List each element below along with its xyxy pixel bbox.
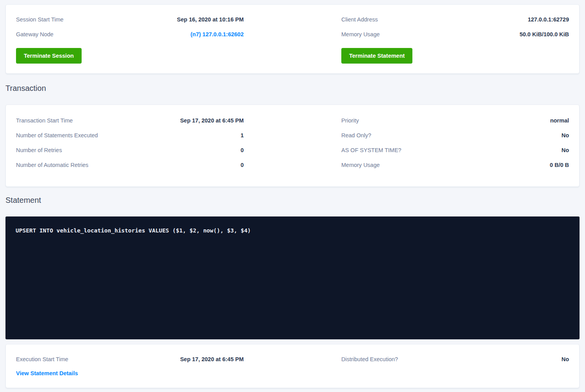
execution-start-time-row: Execution Start Time Sep 17, 2020 at 6:4… — [16, 356, 244, 363]
view-statement-details-row: View Statement Details — [16, 370, 244, 377]
session-start-time-value: Sep 16, 2020 at 10:16 PM — [177, 16, 244, 23]
retries-label: Number of Retries — [16, 147, 62, 154]
client-address-row: Client Address 127.0.0.1:62729 — [341, 16, 569, 23]
retries-value: 0 — [241, 147, 244, 154]
view-statement-details-link[interactable]: View Statement Details — [16, 370, 78, 376]
statement-execution-right-column: Distributed Execution? No — [341, 356, 569, 376]
transaction-memory-usage-value: 0 B/0 B — [550, 162, 569, 169]
read-only-label: Read Only? — [341, 132, 371, 139]
transaction-right-column: Priority normal Read Only? No AS OF SYST… — [341, 117, 569, 169]
transaction-start-time-label: Transaction Start Time — [16, 117, 73, 124]
distributed-execution-value: No — [562, 356, 569, 363]
session-start-time-row: Session Start Time Sep 16, 2020 at 10:16… — [16, 16, 244, 23]
session-start-time-label: Session Start Time — [16, 16, 64, 23]
priority-value: normal — [550, 117, 569, 124]
statements-executed-label: Number of Statements Executed — [16, 132, 98, 139]
read-only-row: Read Only? No — [341, 132, 569, 139]
transaction-left-column: Transaction Start Time Sep 17, 2020 at 6… — [16, 117, 244, 169]
client-address-value: 127.0.0.1:62729 — [528, 16, 569, 23]
session-summary-card: Session Start Time Sep 16, 2020 at 10:16… — [5, 4, 580, 74]
session-summary-right-column: Client Address 127.0.0.1:62729 Memory Us… — [341, 16, 569, 63]
statement-sql-text: UPSERT INTO vehicle_location_histories V… — [16, 227, 569, 234]
transaction-start-time-value: Sep 17, 2020 at 6:45 PM — [180, 117, 244, 124]
priority-row: Priority normal — [341, 117, 569, 124]
statement-heading: Statement — [5, 196, 580, 205]
session-details-page: Session Start Time Sep 16, 2020 at 10:16… — [0, 0, 585, 392]
session-memory-usage-row: Memory Usage 50.0 KiB/100.0 KiB — [341, 31, 569, 38]
statements-executed-value: 1 — [241, 132, 244, 139]
statement-sql-box: UPSERT INTO vehicle_location_histories V… — [5, 216, 580, 339]
execution-start-time-value: Sep 17, 2020 at 6:45 PM — [180, 356, 244, 363]
as-of-system-time-row: AS OF SYSTEM TIME? No — [341, 147, 569, 154]
session-memory-usage-value: 50.0 KiB/100.0 KiB — [519, 31, 569, 38]
retries-row: Number of Retries 0 — [16, 147, 244, 154]
as-of-system-time-label: AS OF SYSTEM TIME? — [341, 147, 401, 154]
terminate-session-button[interactable]: Terminate Session — [16, 48, 82, 64]
execution-start-time-label: Execution Start Time — [16, 356, 68, 363]
statement-execution-card: Execution Start Time Sep 17, 2020 at 6:4… — [5, 344, 580, 388]
transaction-start-time-row: Transaction Start Time Sep 17, 2020 at 6… — [16, 117, 244, 124]
automatic-retries-label: Number of Automatic Retries — [16, 162, 88, 169]
transaction-memory-usage-row: Memory Usage 0 B/0 B — [341, 162, 569, 169]
client-address-label: Client Address — [341, 16, 378, 23]
automatic-retries-row: Number of Automatic Retries 0 — [16, 162, 244, 169]
gateway-node-link[interactable]: (n7) 127.0.0.1:62602 — [191, 31, 244, 38]
distributed-execution-label: Distributed Execution? — [341, 356, 398, 363]
gateway-node-label: Gateway Node — [16, 31, 54, 38]
read-only-value: No — [562, 132, 569, 139]
priority-label: Priority — [341, 117, 359, 124]
distributed-execution-row: Distributed Execution? No — [341, 356, 569, 363]
statements-executed-row: Number of Statements Executed 1 — [16, 132, 244, 139]
session-memory-usage-label: Memory Usage — [341, 31, 380, 38]
transaction-heading: Transaction — [5, 84, 580, 93]
terminate-statement-button[interactable]: Terminate Statement — [341, 48, 412, 64]
gateway-node-row: Gateway Node (n7) 127.0.0.1:62602 — [16, 31, 244, 38]
session-summary-left-column: Session Start Time Sep 16, 2020 at 10:16… — [16, 16, 244, 63]
as-of-system-time-value: No — [562, 147, 569, 154]
automatic-retries-value: 0 — [241, 162, 244, 169]
transaction-card: Transaction Start Time Sep 17, 2020 at 6… — [5, 105, 580, 187]
transaction-memory-usage-label: Memory Usage — [341, 162, 380, 169]
statement-execution-left-column: Execution Start Time Sep 17, 2020 at 6:4… — [16, 356, 244, 376]
